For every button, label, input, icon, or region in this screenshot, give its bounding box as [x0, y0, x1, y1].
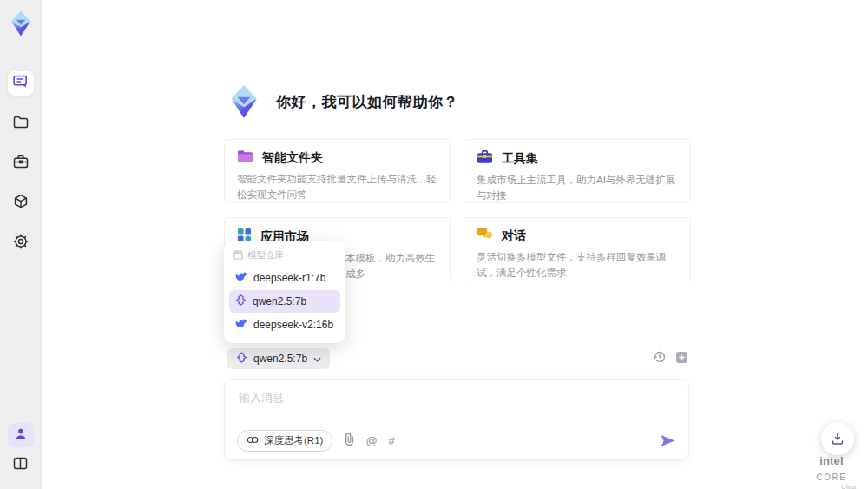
new-chat-plus-icon[interactable]: [675, 351, 688, 367]
panel-icon: [13, 457, 28, 473]
model-selector-row: qwen2.5:7b: [227, 348, 688, 369]
model-dropdown-header-label: 模型仓库: [247, 249, 284, 261]
cube-icon: [13, 194, 29, 213]
model-selector-button[interactable]: qwen2.5:7b: [227, 348, 330, 369]
card-conversation[interactable]: 对话 灵活切换多模型文件，支持多样回复效果调试，满足个性化需求: [464, 217, 691, 281]
briefcase-icon: [13, 155, 29, 172]
mention-icon[interactable]: @: [365, 435, 377, 446]
model-option-deepseek-v2[interactable]: deepseek-v2:16b: [229, 314, 340, 336]
sidebar: [0, 0, 42, 489]
card-description: 集成市场上主流工具，助力AI与外界无缝扩展与对接: [477, 173, 678, 204]
model-option-label: deepseek-r1:7b: [253, 272, 326, 284]
sidebar-item-toolbox[interactable]: [8, 151, 34, 175]
model-option-label: deepseek-v2:16b: [253, 319, 333, 331]
purple-folder-icon: [237, 149, 253, 167]
diamond-logo-icon: [6, 9, 36, 38]
qwen-icon: [235, 294, 247, 308]
deep-think-icon: [247, 435, 259, 446]
send-button[interactable]: [660, 434, 676, 447]
card-smart-folder[interactable]: 智能文件夹 智能文件夹功能支持批量文件上传与清洗，轻松实现文件问答: [224, 139, 451, 203]
diamond-logo-icon: [226, 83, 262, 120]
download-icon: [831, 432, 845, 446]
model-option-deepseek-r1[interactable]: deepseek-r1:7b: [229, 267, 340, 289]
sidebar-item-panel[interactable]: [8, 453, 34, 477]
deep-think-label: 深度思考(R1): [264, 434, 323, 447]
intel-logo-text: intel: [819, 454, 844, 467]
core-logo-text: core: [817, 472, 847, 482]
card-description: 智能文件夹功能支持批量文件上传与清洗，轻松实现文件问答: [237, 172, 438, 203]
model-option-qwen[interactable]: qwen2.5:7b: [229, 290, 340, 313]
greeting-title: 你好，我可以如何帮助你？: [276, 92, 458, 112]
repo-box-icon: [233, 250, 243, 261]
sidebar-item-chat[interactable]: [8, 71, 34, 96]
attachment-icon[interactable]: [344, 433, 354, 449]
download-fab[interactable]: [821, 422, 854, 455]
message-composer: 深度思考(R1) @ #: [224, 379, 689, 460]
blue-briefcase-icon: [477, 149, 493, 168]
chat-bubble-icon: [13, 75, 29, 92]
sidebar-item-profile[interactable]: [8, 423, 34, 447]
card-title: 智能文件夹: [262, 150, 323, 166]
greeting: 你好，我可以如何帮助你？: [226, 83, 458, 120]
folder-icon: [13, 116, 29, 132]
message-input[interactable]: [237, 388, 588, 428]
model-option-label: qwen2.5:7b: [253, 295, 306, 307]
sidebar-item-models[interactable]: [8, 191, 34, 215]
selected-model-label: qwen2.5:7b: [253, 353, 307, 365]
card-toolset[interactable]: 工具集 集成市场上主流工具，助力AI与外界无缝扩展与对接: [464, 139, 691, 203]
hash-icon[interactable]: #: [389, 435, 395, 446]
card-description: 灵活切换多模型文件，支持多样回复效果调试，满足个性化需求: [477, 250, 678, 281]
deepseek-icon: [235, 272, 247, 284]
app-logo: [4, 7, 37, 40]
deep-think-toggle[interactable]: 深度思考(R1): [237, 430, 332, 452]
ultra-logo-text: Ultra: [804, 484, 859, 489]
card-title: 工具集: [502, 151, 538, 167]
sidebar-item-folders[interactable]: [8, 111, 34, 135]
gear-icon: [13, 234, 29, 253]
chevron-down-icon: [313, 353, 321, 365]
deepseek-icon: [235, 319, 247, 331]
user-icon: [14, 427, 28, 444]
model-dropdown-header: 模型仓库: [229, 244, 340, 266]
app-window: 你好，我可以如何帮助你？ 智能文件夹 智能文件夹功能支持批量文件上传与清洗，轻松…: [0, 0, 868, 489]
history-icon[interactable]: [653, 350, 667, 367]
card-title: 对话: [502, 228, 526, 244]
send-arrow-icon: [660, 434, 676, 447]
qwen-icon: [236, 352, 247, 366]
composer-toolbar: 深度思考(R1) @ #: [237, 430, 676, 452]
model-dropdown: 模型仓库 deepseek-r1:7b qwen2.5:7b: [224, 241, 345, 343]
intel-core-badge: intel core Ultra: [804, 453, 859, 489]
sidebar-item-settings[interactable]: [8, 231, 34, 255]
amber-chat-icon: [477, 228, 493, 245]
